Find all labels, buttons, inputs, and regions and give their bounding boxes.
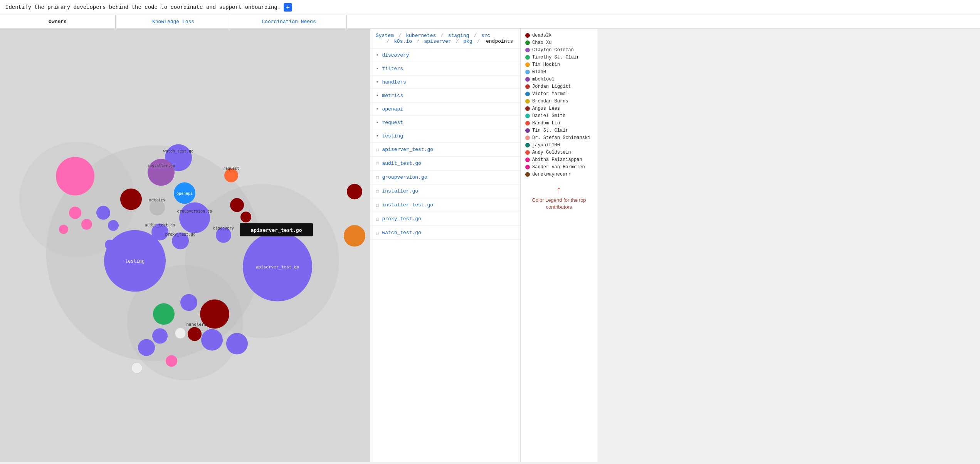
bubble-purple-sm6[interactable] [201,329,223,351]
folder-request[interactable]: ▪ request [370,116,520,129]
breadcrumb-system[interactable]: System [376,33,394,39]
file-panel: System / kubernetes / staging / src / k8… [370,29,520,462]
bubble-pink-sm1[interactable] [69,207,81,219]
folder-discovery[interactable]: ▪ discovery [370,49,520,62]
breadcrumb-src[interactable]: src [481,33,490,39]
bubble-darkred-sm1[interactable] [230,198,244,212]
legend-item-randomliu: Random-Liu [525,121,593,126]
legend-dot-angus [525,106,530,111]
file-apiserver-test[interactable]: ☐ apiserver_test.go [370,143,520,157]
legend-dot-abitha [525,157,530,162]
legend-dot-wlan0 [525,70,530,74]
file-watch-test[interactable]: ☐ watch_test.go [370,226,520,240]
folder-icon: ▪ [376,92,379,99]
tab-owners[interactable]: Owners [0,15,116,28]
bubble-pink-sm2[interactable] [81,219,92,230]
legend-note: Color Legend for the top contributors [532,197,586,210]
bubble-audit-label: audit_test.go [145,223,175,228]
bubble-pink-sm4[interactable] [166,355,177,367]
add-button[interactable]: + [284,3,292,12]
file-icon: ☐ [376,188,379,194]
bubble-installer[interactable] [148,159,175,186]
bubble-purple-sm2[interactable] [108,220,119,231]
bubble-proxy-label: proxy_test.go [165,232,195,237]
legend-item-brendan: Brendan Burns [525,99,593,104]
file-groupversion[interactable]: ☐ groupversion.go [370,171,520,184]
main-content: testing apiserver_test.go watch_test.go … [0,29,980,462]
legend-item-jayunit: jayunit100 [525,142,593,148]
legend-item-mbohlool: mbohlool [525,77,593,82]
bubble-purple-sm1[interactable] [96,206,110,220]
bubble-green-med[interactable] [153,303,175,325]
tab-coordination-needs[interactable]: Coordination Needs [231,15,347,28]
bubble-watch-label: watch_test.go [163,149,193,154]
breadcrumb-k8sio[interactable]: k8s.io [394,39,412,44]
legend-dot-clayton [525,48,530,52]
breadcrumb-apiserver[interactable]: apiserver [424,39,451,44]
file-installer-test[interactable]: ☐ installer_test.go [370,198,520,212]
file-installer[interactable]: ☐ installer.go [370,184,520,198]
bubble-pink-sm3[interactable] [59,225,68,234]
folder-icon: ▪ [376,133,379,139]
bubble-white-sm1[interactable] [175,328,186,339]
bubble-handlers-label: handlers [187,322,207,327]
file-icon: ☐ [376,146,379,153]
legend-dot-tin [525,128,530,133]
bubble-orange-right[interactable] [344,225,365,247]
bubble-groupversion[interactable] [179,203,210,233]
tooltip-text: apiserver_test.go [250,227,302,233]
bubble-purple-sm8[interactable] [138,339,155,356]
bubble-metrics-label: metrics [149,198,165,202]
folder-handlers[interactable]: ▪ handlers [370,75,520,89]
bubble-darkred-med[interactable] [120,189,142,210]
legend-dot-mbohlool [525,77,530,82]
bubble-purple-sm3[interactable] [105,240,115,250]
folder-icon: ▪ [376,79,379,85]
file-proxy-test[interactable]: ☐ proxy_test.go [370,212,520,226]
description-text: Identify the primary developers behind t… [5,4,281,10]
legend-dot-jayunit [525,143,530,147]
legend-dot-timhockin [525,62,530,67]
bubble-request-label: request [223,166,239,171]
folder-metrics[interactable]: ▪ metrics [370,89,520,102]
file-audit-test[interactable]: ☐ audit_test.go [370,157,520,171]
file-icon: ☐ [376,202,379,208]
breadcrumb-pkg[interactable]: pkg [463,39,472,44]
folder-openapi[interactable]: ▪ openapi [370,102,520,116]
bubble-darkred-right[interactable] [347,184,362,199]
folder-testing[interactable]: ▪ testing [370,129,520,143]
bubble-request[interactable] [224,169,238,183]
bubble-white-sm2[interactable] [131,363,142,374]
legend-item-jordan: Jordan Liggitt [525,84,593,89]
bubble-purple-sm7[interactable] [226,333,248,355]
legend-dot-chaoxu [525,40,530,45]
legend-item-stefan: Dr. Stefan Schimanski [525,135,593,141]
legend-item-tin: Tin St. Clair [525,128,593,133]
bubble-purple-sm5[interactable] [180,294,197,311]
legend-dot-brendan [525,99,530,104]
legend-item-daniel: Daniel Smith [525,113,593,119]
folder-filters[interactable]: ▪ filters [370,62,520,75]
legend-item-chaoxu: Chao Xu [525,40,593,45]
bubble-metrics[interactable] [150,200,165,216]
legend-item-victor: Victor Marmol [525,91,593,97]
legend-item-andy: Andy Goldstein [525,150,593,155]
tab-knowledge-loss[interactable]: Knowledge Loss [116,15,231,28]
bubble-pink-large[interactable] [56,157,94,196]
breadcrumb: System / kubernetes / staging / src / k8… [370,29,520,49]
breadcrumb-kubernetes[interactable]: kubernetes [406,33,436,39]
breadcrumb-staging[interactable]: staging [448,33,469,39]
legend-item-derek: derekwaynecarr [525,172,593,177]
bubble-testing-label: testing [125,258,145,264]
bubble-darkred-sm2[interactable] [240,212,251,223]
legend-dot-deads2k [525,33,530,38]
legend-item-timhockin: Tim Hockin [525,62,593,67]
legend-panel: deads2k Chao Xu Clayton Coleman Timothy … [520,29,597,462]
bubble-svg: testing apiserver_test.go watch_test.go … [0,29,370,462]
legend-dot-stefan [525,136,530,140]
bubble-purple-sm4[interactable] [152,328,168,344]
legend-item-wlan0: wlan0 [525,69,593,75]
tabs: Owners Knowledge Loss Coordination Needs [0,15,980,29]
bubble-darkred-sm3[interactable] [188,327,202,341]
legend-dot-timothy [525,55,530,60]
